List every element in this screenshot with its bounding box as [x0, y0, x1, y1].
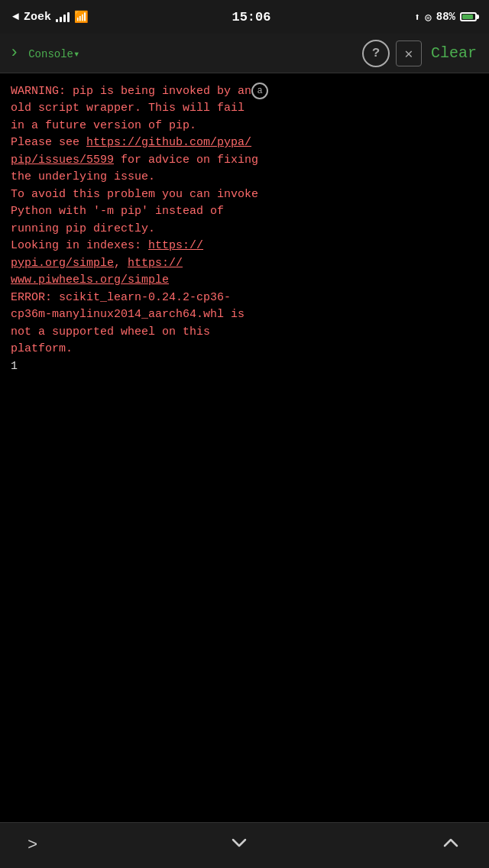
circle-annotation: a [251, 83, 268, 99]
console-output: WARNING: pip is being invoked by anaold … [0, 73, 489, 822]
console-title-text: Console [28, 48, 73, 60]
warning-line-1: WARNING: pip is being invoked by anaold … [11, 83, 478, 134]
prompt-button[interactable]: > [18, 830, 47, 861]
dropdown-arrow[interactable]: ▾ [73, 48, 79, 60]
looking-line: Looking in indexes: https://pypi.org/sim… [11, 238, 478, 290]
help-button[interactable]: ? [362, 40, 390, 67]
console-title: Console▾ [28, 44, 356, 62]
help-icon: ? [372, 46, 380, 60]
console-chevron-icon: › [9, 44, 19, 63]
github-link[interactable]: https://github.com/pypa/pip/issues/5599 [11, 136, 251, 167]
close-button[interactable]: ✕ [396, 40, 422, 66]
signal-bar-3 [63, 15, 66, 22]
down-arrow-button[interactable] [219, 826, 259, 865]
see-line: Please see https://github.com/pypa/pip/i… [11, 134, 478, 186]
bottom-bar: > [0, 822, 489, 868]
battery-percent: 88% [436, 11, 455, 23]
carrier-name: Zoek [24, 11, 51, 24]
circle-icon: ◎ [425, 11, 431, 24]
signal-bar-1 [56, 19, 58, 22]
signal-bars-icon [56, 11, 70, 22]
toolbar: › Console▾ ? ✕ Clear [0, 34, 489, 73]
avoid-line: To avoid this problem you can invokePyth… [11, 186, 478, 238]
back-arrow-icon: ◄ [12, 11, 19, 24]
signal-bar-2 [60, 17, 62, 22]
output-line-1: 1 [11, 358, 478, 376]
status-left: ◄ Zoek 📶 [12, 10, 89, 24]
down-arrow-icon [228, 832, 250, 853]
up-arrow-button[interactable] [431, 826, 471, 865]
wifi-icon: 📶 [74, 10, 89, 24]
error-line: ERROR: scikit_learn-0.24.2-cp36-cp36m-ma… [11, 290, 478, 358]
up-arrow-icon [440, 832, 461, 853]
status-right: ⬆ ◎ 88% [414, 11, 477, 24]
location-icon: ⬆ [414, 11, 420, 24]
status-bar: ◄ Zoek 📶 15:06 ⬆ ◎ 88% [0, 0, 489, 34]
battery-icon [460, 12, 477, 21]
signal-bar-4 [67, 12, 70, 22]
status-time: 15:06 [232, 10, 270, 24]
clear-button[interactable]: Clear [428, 44, 480, 62]
close-icon: ✕ [405, 45, 413, 62]
battery-fill [462, 15, 473, 19]
